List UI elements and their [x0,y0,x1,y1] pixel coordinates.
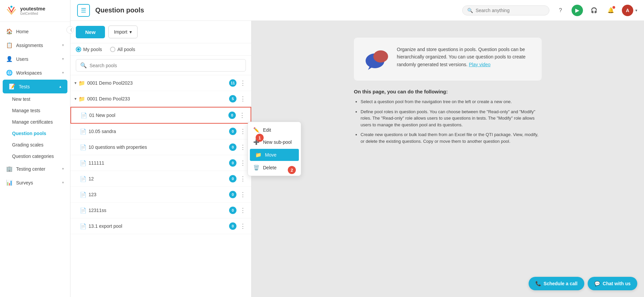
sidebar-item-manage-tests[interactable]: Manage tests [0,105,70,116]
pool-item-123[interactable]: 📄 123 0 ⋮ [70,187,251,203]
sidebar-sub-label: New test [12,96,64,102]
pool-menu-button[interactable]: ⋮ [238,159,247,167]
pool-item-icon: 📄 [80,207,87,214]
pool-group-demo2023[interactable]: ▾ 📁 0001 Demo Pool2023 11 ⋮ [70,75,251,91]
sidebar-item-tests[interactable]: 📝 Tests ▴ [3,80,67,93]
sidebar-sub-label: Manage tests [12,108,64,113]
sidebar-sub-label: Manage certificates [12,119,64,125]
pool-count-badge: 0 [229,222,236,230]
ctx-edit[interactable]: ✏️ Edit [248,124,301,136]
pool-count-badge: 0 [229,191,236,198]
pool-menu-button[interactable]: ⋮ [238,127,247,136]
help-button[interactable]: ? [555,5,566,16]
info-actions-list: Select a question pool from the navigati… [354,98,542,144]
users-icon: 👤 [6,56,13,62]
ctx-edit-label: Edit [263,127,271,133]
all-pools-label: All pools [117,47,135,52]
folder-icon: 📁 [78,80,85,86]
sidebar-item-new-test[interactable]: New test [0,93,70,105]
notifications-button[interactable]: 🔔 [605,5,616,16]
tests-icon: 📝 [9,83,15,90]
bubbles-icon [363,46,390,73]
step-badge-2: 2 [288,166,296,174]
play-button[interactable]: ▶ [572,5,583,16]
chevron-down-icon: ▾ [62,57,64,61]
pool-item-icon: 📄 [80,176,87,182]
pool-menu-button[interactable]: ⋮ [238,206,247,215]
search-icon: 🔍 [80,62,87,69]
sidebar-item-label: Home [16,29,64,34]
home-icon: 🏠 [6,28,13,35]
sidebar-item-manage-certificates[interactable]: Manage certificates [0,116,70,128]
pool-item-12311ss[interactable]: 📄 12311ss 0 ⋮ [70,203,251,218]
my-pools-radio[interactable]: My pools [76,47,102,52]
pool-count-badge: 5 [229,95,236,102]
headset-button[interactable]: 🎧 [588,5,600,16]
pool-menu-button[interactable]: ⋮ [238,222,247,230]
schedule-icon: 📞 [535,281,541,286]
pool-search-input[interactable] [90,63,241,68]
ctx-move[interactable]: 📁 Move [250,149,299,161]
content-area: New Import ▾ My pools All pools 🔍 [70,21,644,297]
pool-item-name: 111111 [89,160,227,166]
search-input[interactable] [476,8,543,13]
pool-menu-button[interactable]: ⋮ [238,143,247,152]
sidebar-item-label: Workspaces [16,70,59,76]
pool-item-new-pool[interactable]: 📄 01 New pool 0 ⋮ [70,107,251,124]
search-bar[interactable]: 🔍 [462,5,549,15]
info-actions: On this page, you can do the following: … [354,89,542,144]
sidebar-item-label: Surveys [16,180,59,185]
pool-item-12[interactable]: 📄 12 0 ⋮ [70,171,251,187]
sidebar-item-label: Testing center [16,166,59,172]
import-button[interactable]: Import ▾ [108,26,138,38]
pool-menu-button[interactable]: ⋮ [238,174,247,183]
sidebar-item-question-pools[interactable]: Question pools [0,128,70,139]
pool-menu-button[interactable]: ⋮ [238,190,247,199]
surveys-icon: 📊 [6,179,13,186]
ctx-delete-label: Delete [263,165,276,170]
list-item: Create new questions or bulk load them f… [361,131,542,144]
edit-icon: ✏️ [253,127,260,133]
chat-with-us-button[interactable]: 💬 Chat with us [588,277,637,290]
pool-group-demo233[interactable]: ▾ 📁 0001 Demo Pool233 5 ⋮ [70,91,251,107]
schedule-call-button[interactable]: 📞 Schedule a call [529,277,584,290]
import-label: Import [114,29,127,35]
sidebar-item-assignments[interactable]: 📋 Assignments ▾ [0,38,70,52]
pool-item-sandra[interactable]: 📄 10.05 sandra 0 ⋮ [70,124,251,139]
sidebar-item-home[interactable]: 🏠 Home [0,25,70,38]
pool-menu-button[interactable]: ⋮ [238,79,247,87]
list-item: Select a question pool from the navigati… [361,98,542,105]
new-button[interactable]: New [76,26,105,38]
pool-menu-button[interactable]: ⋮ [238,94,247,103]
pool-item-111111[interactable]: 📄 111111 0 ⋮ [70,155,251,171]
move-icon: 📁 [255,152,262,158]
right-panel: Organize and store questions in pools. Q… [252,21,644,297]
pool-item-name: 13.1 export pool [89,223,227,229]
sidebar-item-surveys[interactable]: 📊 Surveys ▾ [0,176,70,189]
hamburger-menu-button[interactable]: ☰ [77,4,90,17]
sidebar-item-label: Assignments [16,43,59,48]
play-video-link[interactable]: Play video [469,62,491,67]
pool-count-badge: 0 [229,175,236,182]
page-title: Question pools [95,6,457,14]
pool-item-name: 123 [89,192,227,197]
sidebar-item-users[interactable]: 👤 Users ▾ [0,52,70,66]
chevron-down-icon: ▾ [129,29,132,35]
sidebar-item-question-categories[interactable]: Question categories [0,151,70,162]
pool-search-bar[interactable]: 🔍 [76,59,246,72]
pool-menu-button[interactable]: ⋮ [238,111,247,120]
sidebar-item-testing-center[interactable]: 🏢 Testing center ▾ [0,162,70,176]
sidebar-item-label: Users [16,56,59,62]
all-pools-radio[interactable]: All pools [110,47,135,52]
sidebar-item-workspaces[interactable]: 🌐 Workspaces ▾ [0,66,70,80]
chat-label: Chat with us [603,281,631,286]
sidebar-collapse-button[interactable]: 《 [66,26,74,34]
sidebar-item-grading-scales[interactable]: Grading scales [0,139,70,151]
pool-item-icon: 📄 [80,144,87,151]
pool-item-icon: 📄 [80,112,87,119]
pool-item-10q[interactable]: 📄 10 questions with properties 0 ⋮ [70,139,251,155]
schedule-label: Schedule a call [544,281,578,286]
pool-item-13export[interactable]: 📄 13.1 export pool 0 ⋮ [70,218,251,234]
chevron-down-icon: ▾ [74,81,76,85]
user-avatar-button[interactable]: A ▾ [622,5,637,16]
